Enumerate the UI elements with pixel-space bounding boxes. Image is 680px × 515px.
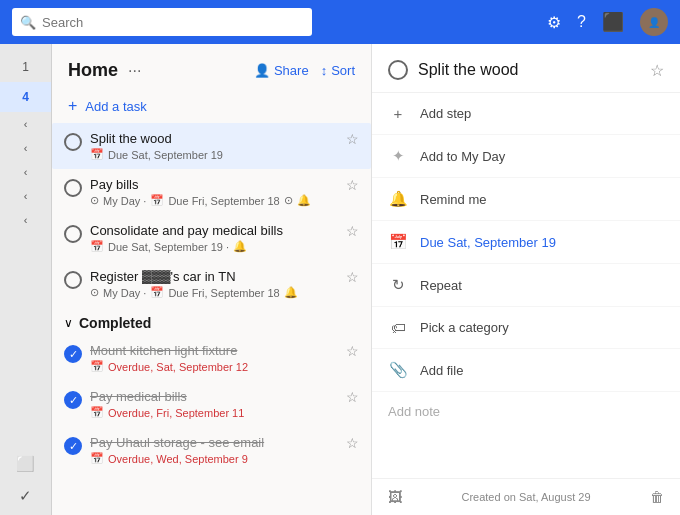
calendar-icon: 📅 [90,148,104,161]
sidebar-arrow-4[interactable]: ‹ [0,184,51,208]
main-layout: 1 4 ‹ ‹ ‹ ‹ ‹ ⬜ ✓ Home ··· 👤 Share ↕ Sor… [0,44,680,515]
task-star[interactable]: ☆ [346,223,359,239]
myday-label: My Day · [103,287,146,299]
task-item-mount-kitchen[interactable]: ✓ Mount kitchen light fixture 📅 Overdue,… [52,335,371,381]
settings-icon[interactable]: ⚙ [547,13,561,32]
search-input[interactable] [42,15,304,30]
task-circle-completed[interactable]: ✓ [64,345,82,363]
add-task-label: Add a task [85,99,146,114]
detail-rows: + Add step ✦ Add to My Day 🔔 Remind me 📅… [372,93,680,478]
help-icon[interactable]: ? [577,13,586,31]
completed-section-header[interactable]: ∨ Completed [52,307,371,335]
task-title: Pay medical bills [90,389,338,404]
sidebar-arrow-5[interactable]: ‹ [0,208,51,232]
repeat-icon: ↻ [388,276,408,294]
overdue-label: Overdue, Sat, September 12 [108,361,248,373]
task-meta: 📅 Overdue, Fri, September 11 [90,406,338,419]
task-meta: ⊙ My Day · 📅 Due Fri, September 18 🔔 [90,286,338,299]
detail-title: Split the wood [418,61,640,79]
repeat-icon: ⊙ [284,194,293,207]
task-star[interactable]: ☆ [346,435,359,451]
task-content: Pay bills ⊙ My Day · 📅 Due Fri, Septembe… [90,177,338,207]
task-item-pay-medical[interactable]: ✓ Pay medical bills 📅 Overdue, Fri, Sept… [52,381,371,427]
detail-footer-icons: 🖼 [388,489,402,505]
task-item-pay-uhaul[interactable]: ✓ Pay Uhaul storage - see email 📅 Overdu… [52,427,371,473]
task-content: Split the wood 📅 Due Sat, September 19 [90,131,338,161]
task-item-consolidate[interactable]: Consolidate and pay medical bills 📅 Due … [52,215,371,261]
repeat-label: Repeat [420,278,462,293]
detail-add-note[interactable]: Add note [372,392,680,431]
add-task-row[interactable]: + Add a task [52,89,371,123]
task-meta: ⊙ My Day · 📅 Due Fri, September 18 ⊙ 🔔 [90,194,338,207]
sidebar-arrow-3[interactable]: ‹ [0,160,51,184]
sidebar-bottom-icons: ⬜ ✓ [16,455,35,515]
task-circle[interactable] [64,133,82,151]
detail-star[interactable]: ☆ [650,61,664,80]
task-circle-completed[interactable]: ✓ [64,391,82,409]
task-star[interactable]: ☆ [346,343,359,359]
search-box[interactable]: 🔍 [12,8,312,36]
sidebar-arrow-1[interactable]: ‹ [0,112,51,136]
calendar-icon: 📅 [90,452,104,465]
task-title: Pay bills [90,177,338,192]
task-meta: 📅 Overdue, Wed, September 9 [90,452,338,465]
task-list-dots[interactable]: ··· [128,62,141,80]
task-star[interactable]: ☆ [346,177,359,193]
task-circle-completed[interactable]: ✓ [64,437,82,455]
sidebar-item-1[interactable]: 1 [0,52,51,82]
detail-repeat[interactable]: ↻ Repeat [372,264,680,307]
task-title: Mount kitchen light fixture [90,343,338,358]
sidebar-item-4[interactable]: 4 [0,82,51,112]
overdue-label: Overdue, Wed, September 9 [108,453,248,465]
detail-remind-me[interactable]: 🔔 Remind me [372,178,680,221]
sidebar-arrow-2[interactable]: ‹ [0,136,51,160]
task-star[interactable]: ☆ [346,269,359,285]
back-icon[interactable]: ⬛ [602,11,624,33]
sun-icon: ✦ [388,147,408,165]
bell-icon: 🔔 [284,286,298,299]
task-star[interactable]: ☆ [346,131,359,147]
detail-task-circle[interactable] [388,60,408,80]
photo-icon[interactable]: 🖼 [388,489,402,505]
bell-icon: 🔔 [297,194,311,207]
task-list-area: Home ··· 👤 Share ↕ Sort + Add a task [52,44,372,515]
task-circle[interactable] [64,179,82,197]
sort-button[interactable]: ↕ Sort [321,63,355,78]
task-item-pay-bills[interactable]: Pay bills ⊙ My Day · 📅 Due Fri, Septembe… [52,169,371,215]
topbar-icons: ⚙ ? ⬛ 👤 [547,8,668,36]
task-circle[interactable] [64,225,82,243]
task-circle[interactable] [64,271,82,289]
bell-icon: 🔔 [388,190,408,208]
chevron-down-icon: ∨ [64,316,73,330]
myday-icon: ⊙ [90,194,99,207]
due-date: Due Sat, September 19 [108,149,223,161]
detail-due-date[interactable]: 📅 Due Sat, September 19 [372,221,680,264]
clip-icon: 📎 [388,361,408,379]
calendar-icon: 📅 [150,194,164,207]
task-meta: 📅 Due Sat, September 19 · 🔔 [90,240,338,253]
detail-add-myday[interactable]: ✦ Add to My Day [372,135,680,178]
detail-footer: 🖼 Created on Sat, August 29 🗑 [372,478,680,515]
task-content: Register ▓▓▓'s car in TN ⊙ My Day · 📅 Du… [90,269,338,299]
detail-add-step[interactable]: + Add step [372,93,680,135]
avatar[interactable]: 👤 [640,8,668,36]
task-meta: 📅 Due Sat, September 19 [90,148,338,161]
sidebar-check-icon[interactable]: ✓ [19,487,32,505]
task-content: Mount kitchen light fixture 📅 Overdue, S… [90,343,338,373]
task-item-register-car[interactable]: Register ▓▓▓'s car in TN ⊙ My Day · 📅 Du… [52,261,371,307]
share-button[interactable]: 👤 Share [254,63,309,78]
task-item-split-wood[interactable]: Split the wood 📅 Due Sat, September 19 ☆ [52,123,371,169]
task-star[interactable]: ☆ [346,389,359,405]
detail-pick-category[interactable]: 🏷 Pick a category [372,307,680,349]
myday-icon: ⊙ [90,286,99,299]
task-list-actions: 👤 Share ↕ Sort [254,63,355,78]
detail-add-file[interactable]: 📎 Add file [372,349,680,392]
trash-icon[interactable]: 🗑 [650,489,664,505]
pick-category-label: Pick a category [420,320,509,335]
tag-icon: 🏷 [388,319,408,336]
due-date: Due Fri, September 18 [168,287,279,299]
task-title: Consolidate and pay medical bills [90,223,338,238]
task-title: Pay Uhaul storage - see email [90,435,338,450]
task-title: Split the wood [90,131,338,146]
sidebar-square-icon[interactable]: ⬜ [16,455,35,473]
